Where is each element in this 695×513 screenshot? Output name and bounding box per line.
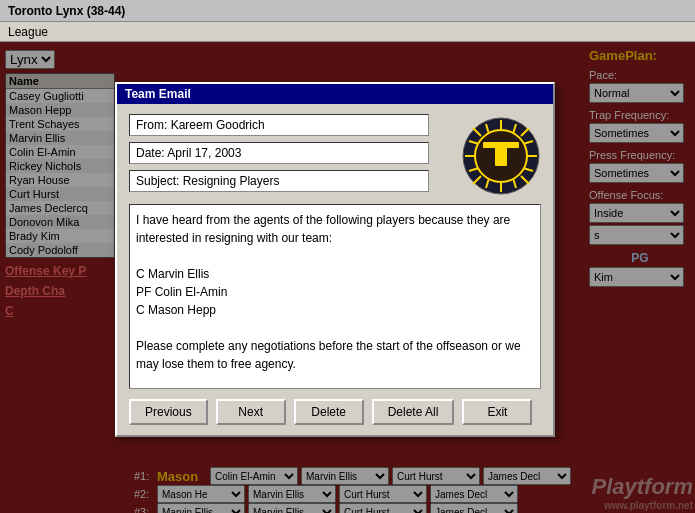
menu-league[interactable]: League xyxy=(8,25,48,39)
modal-fields: From: Kareem Goodrich Date: April 17, 20… xyxy=(129,114,451,198)
exit-button[interactable]: Exit xyxy=(462,399,532,425)
next-button[interactable]: Next xyxy=(216,399,286,425)
from-field: From: Kareem Goodrich xyxy=(129,114,429,136)
menu-bar: League xyxy=(0,22,695,42)
delete-button[interactable]: Delete xyxy=(294,399,364,425)
modal-title: Team Email xyxy=(125,87,191,101)
svg-rect-19 xyxy=(495,142,507,166)
previous-button[interactable]: Previous xyxy=(129,399,208,425)
modal-body: From: Kareem Goodrich Date: April 17, 20… xyxy=(117,104,553,435)
modal-buttons: Previous Next Delete Delete All Exit xyxy=(129,399,541,425)
team-logo xyxy=(461,116,541,196)
modal-overlay: Team Email From: Kareem Goodrich Date: A… xyxy=(0,42,695,513)
email-body[interactable]: I have heard from the agents of the foll… xyxy=(129,204,541,389)
window-title: Toronto Lynx (38-44) xyxy=(8,4,125,18)
delete-all-button[interactable]: Delete All xyxy=(372,399,455,425)
main-content: Lynx Name Casey GugliottiMason HeppTrent… xyxy=(0,42,695,513)
email-modal: Team Email From: Kareem Goodrich Date: A… xyxy=(115,82,555,437)
title-bar: Toronto Lynx (38-44) xyxy=(0,0,695,22)
subject-field: Subject: Resigning Players xyxy=(129,170,429,192)
date-field: Date: April 17, 2003 xyxy=(129,142,429,164)
email-body-text: I have heard from the agents of the foll… xyxy=(136,211,534,389)
modal-titlebar: Team Email xyxy=(117,84,553,104)
